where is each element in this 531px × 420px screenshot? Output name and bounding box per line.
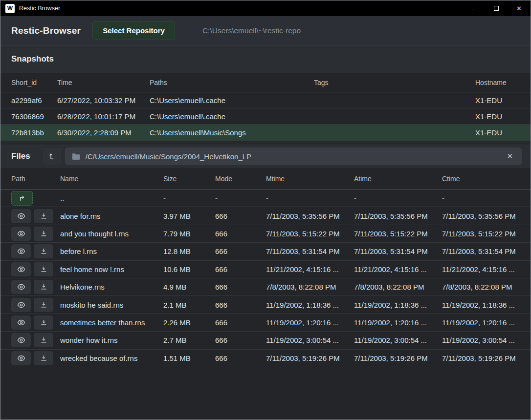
column-header-tags[interactable]: Tags <box>314 79 475 86</box>
file-name: sometimes better than.rns <box>60 318 163 327</box>
file-mtime: 11/19/2002, 3:00:54 ... <box>266 336 354 344</box>
files-path-value[interactable]: /C/Users/emuell/Music/Songs/2004_Helveti… <box>86 152 500 161</box>
download-button[interactable] <box>34 333 53 347</box>
download-icon <box>40 301 47 309</box>
file-row[interactable]: wonder how it.rns 2.7 MB 666 11/19/2002,… <box>0 332 531 349</box>
minimize-button[interactable]: – <box>462 0 485 16</box>
file-ctime: 7/11/2003, 5:31:54 PM <box>442 247 531 255</box>
repository-path[interactable]: C:\Users\emuell\~\restic-repo <box>202 26 301 35</box>
file-mode: 666 <box>215 301 266 309</box>
file-row[interactable]: feel home now !.rns 10.6 MB 666 11/21/20… <box>0 261 531 278</box>
file-mode: 666 <box>215 230 266 238</box>
column-header-time[interactable]: Time <box>57 79 150 86</box>
preview-button[interactable] <box>11 209 31 223</box>
file-size: 12.8 MB <box>163 247 215 255</box>
close-button[interactable]: ✕ <box>508 0 531 16</box>
download-button[interactable] <box>34 244 53 258</box>
app-header: Restic-Browser Select Repository C:\User… <box>0 16 531 45</box>
preview-button[interactable] <box>11 244 31 258</box>
window-controls: – ✕ <box>462 0 531 16</box>
preview-button[interactable] <box>11 298 31 312</box>
file-name: wonder how it.rns <box>60 336 163 344</box>
download-icon <box>40 355 47 362</box>
eye-icon <box>17 319 25 326</box>
download-button[interactable] <box>34 209 53 223</box>
go-up-button[interactable] <box>11 191 33 206</box>
select-repository-button[interactable]: Select Repository <box>92 21 175 40</box>
preview-button[interactable] <box>11 333 31 347</box>
preview-button[interactable] <box>11 280 31 294</box>
file-size: 4.9 MB <box>163 283 215 291</box>
download-button[interactable] <box>34 262 53 276</box>
download-button[interactable] <box>34 280 53 294</box>
app-logo-icon: W <box>5 4 15 13</box>
file-size: 3.97 MB <box>163 212 215 220</box>
column-header-short-id[interactable]: Short_id <box>11 79 57 86</box>
file-row[interactable]: alone for.rns 3.97 MB 666 7/11/2003, 5:3… <box>0 207 531 225</box>
download-button[interactable] <box>34 315 53 330</box>
snapshot-time: 6/30/2022, 2:28:09 PM <box>57 128 150 137</box>
go-to-root-button[interactable] <box>43 148 61 165</box>
column-header-path[interactable]: Path <box>11 175 60 183</box>
app-window: W Restic Browser – ✕ Restic-Browser Sele… <box>0 0 531 420</box>
snapshot-short-id: 76306869 <box>11 112 57 121</box>
download-button[interactable] <box>34 227 53 241</box>
snapshot-paths: C:\Users\emuell\.cache <box>150 112 314 121</box>
preview-button[interactable] <box>11 315 31 330</box>
snapshot-hostname: X1-EDU <box>475 96 531 105</box>
file-atime: 11/19/2002, 3:00:54 ... <box>354 336 442 344</box>
file-size: 2.26 MB <box>163 318 215 327</box>
column-header-ctime[interactable]: Ctime <box>442 175 531 183</box>
snapshot-time: 6/27/2022, 10:03:32 PM <box>57 96 150 105</box>
file-ctime: 7/11/2003, 5:15:22 PM <box>442 230 531 238</box>
file-atime: 11/19/2002, 1:18:36 ... <box>354 301 442 309</box>
file-mtime: 7/11/2003, 5:31:54 PM <box>266 247 354 255</box>
file-mode: - <box>215 194 266 202</box>
column-header-mode[interactable]: Mode <box>215 175 266 183</box>
preview-button[interactable] <box>11 262 31 276</box>
file-row[interactable]: wrecked because of.rns 1.51 MB 666 7/11/… <box>0 350 531 367</box>
column-header-name[interactable]: Name <box>60 175 163 183</box>
download-icon <box>40 248 47 255</box>
column-header-atime[interactable]: Atime <box>354 175 442 183</box>
snapshot-row[interactable]: 76306869 6/28/2022, 10:01:17 PM C:\Users… <box>0 108 531 125</box>
files-section-header: Files /C/Users/emuell/Music/Songs/2004_H… <box>0 145 531 168</box>
window-title: Restic Browser <box>19 5 60 12</box>
files-table: Path Name Size Mode Mtime Atime Ctime .. <box>0 168 531 420</box>
preview-button[interactable] <box>11 227 31 241</box>
download-icon <box>40 336 47 344</box>
maximize-button[interactable] <box>485 0 508 16</box>
file-ctime: 11/21/2002, 4:15:16 ... <box>442 265 531 273</box>
file-row[interactable]: Helvikone.rns 4.9 MB 666 7/8/2003, 8:22:… <box>0 278 531 296</box>
file-atime: 7/8/2003, 8:22:08 PM <box>354 283 442 291</box>
preview-button[interactable] <box>11 351 31 365</box>
column-header-paths[interactable]: Paths <box>150 79 314 86</box>
column-header-hostname[interactable]: Hostname <box>475 79 531 86</box>
eye-icon <box>17 266 25 273</box>
eye-icon <box>17 284 25 290</box>
download-icon <box>40 283 47 291</box>
file-atime: 7/11/2003, 5:35:56 PM <box>354 212 442 220</box>
download-button[interactable] <box>34 298 53 312</box>
clear-path-button[interactable]: ✕ <box>505 151 515 162</box>
up-then-right-arrow-icon <box>18 194 26 202</box>
file-row[interactable]: moskito he said.rns 2.1 MB 666 11/19/200… <box>0 296 531 314</box>
file-mode: 666 <box>215 318 266 327</box>
eye-icon <box>17 231 25 237</box>
snapshot-row-selected[interactable]: 72b813bb 6/30/2022, 2:28:09 PM C:\Users\… <box>0 125 531 141</box>
snapshot-short-id: a2299af6 <box>11 96 57 105</box>
file-mode: 666 <box>215 336 266 344</box>
column-header-size[interactable]: Size <box>163 175 215 183</box>
file-size: 10.6 MB <box>163 265 215 273</box>
file-row[interactable]: sometimes better than.rns 2.26 MB 666 11… <box>0 314 531 332</box>
files-path-bar[interactable]: /C/Users/emuell/Music/Songs/2004_Helveti… <box>65 147 522 165</box>
file-row[interactable]: before l.rns 12.8 MB 666 7/11/2003, 5:31… <box>0 243 531 260</box>
file-name: alone for.rns <box>60 212 163 220</box>
file-row[interactable]: and you thought l.rns 7.79 MB 666 7/11/2… <box>0 225 531 243</box>
eye-icon <box>17 355 25 361</box>
snapshot-row[interactable]: a2299af6 6/27/2022, 10:03:32 PM C:\Users… <box>0 92 531 108</box>
column-header-mtime[interactable]: Mtime <box>266 175 354 183</box>
parent-directory-row[interactable]: .. - - - - - <box>0 189 531 207</box>
download-button[interactable] <box>34 351 53 365</box>
close-icon: ✕ <box>516 5 522 12</box>
